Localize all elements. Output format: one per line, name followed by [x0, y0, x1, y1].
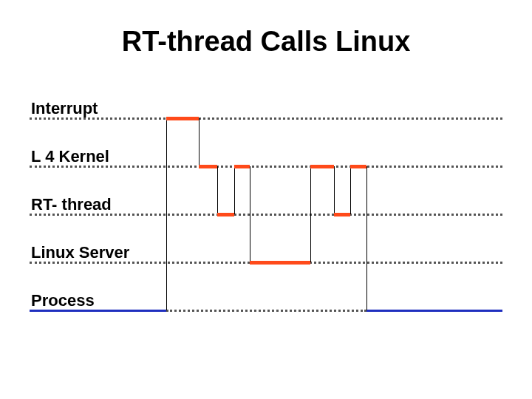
trace-vertical	[250, 166, 250, 262]
trace-vertical	[199, 118, 200, 166]
trace-vertical	[334, 166, 335, 214]
process-baseline-solid	[30, 310, 166, 312]
row-label-l4kernel: L 4 Kernel	[31, 147, 109, 166]
trace-segment	[199, 165, 217, 168]
trace-segment	[350, 165, 366, 168]
trace-segment	[234, 165, 250, 168]
trace-vertical	[310, 166, 311, 262]
trace-segment	[334, 213, 350, 216]
trace-segment	[217, 213, 234, 216]
row-baseline-dotted	[30, 166, 502, 168]
row-baseline-dotted	[30, 117, 502, 120]
trace-segment	[310, 165, 334, 168]
row-label-linuxserver: Linux Server	[31, 243, 129, 262]
row-baseline-dotted	[30, 214, 502, 216]
trace-vertical	[217, 166, 218, 214]
process-baseline-dotted	[166, 310, 366, 312]
timing-diagram: RT-thread Calls Linux Interrupt L 4 Kern…	[0, 0, 532, 399]
trace-vertical	[166, 118, 167, 310]
row-label-interrupt: Interrupt	[31, 99, 98, 118]
process-baseline-solid	[366, 310, 502, 312]
trace-vertical	[234, 166, 235, 214]
trace-vertical	[366, 166, 367, 310]
trace-segment	[250, 261, 310, 265]
row-label-process: Process	[31, 291, 95, 310]
trace-vertical	[350, 166, 351, 214]
trace-segment	[166, 117, 199, 120]
row-label-rtthread: RT- thread	[31, 195, 112, 214]
diagram-title: RT-thread Calls Linux	[0, 26, 532, 58]
